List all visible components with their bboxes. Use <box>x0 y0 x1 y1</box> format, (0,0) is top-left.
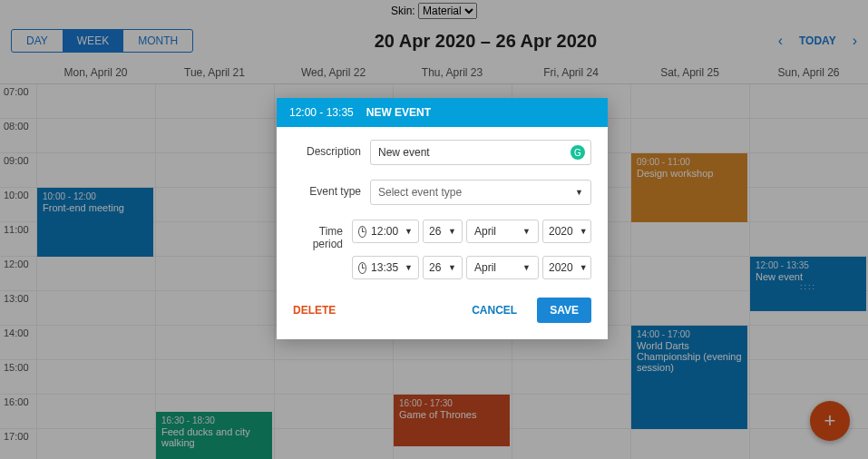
cancel-button[interactable]: CANCEL <box>472 304 517 317</box>
resize-handle-icon[interactable]: :::: <box>756 282 861 291</box>
modal-time-range: 12:00 - 13:35 <box>289 106 354 119</box>
event-design-workshop[interactable]: 09:00 - 11:00 Design workshop <box>631 153 747 222</box>
chevron-down-icon: ▼ <box>580 263 588 272</box>
time-label: 12:00 <box>0 257 36 291</box>
day-header: Wed, April 22 <box>274 62 393 83</box>
start-time-input[interactable]: 12:00 ▼ <box>352 220 419 243</box>
event-time: 16:00 - 17:30 <box>399 398 504 408</box>
clock-icon <box>358 226 366 238</box>
view-day-tab[interactable]: DAY <box>12 30 63 52</box>
day-header: Tue, April 21 <box>155 62 274 83</box>
event-editor-modal: 12:00 - 13:35 NEW EVENT Description New … <box>277 98 608 339</box>
time-period-label: Time period <box>293 220 343 250</box>
event-new-event[interactable]: 12:00 - 13:35 New event :::: <box>750 257 866 311</box>
event-time: 14:00 - 17:00 <box>637 329 742 339</box>
clock-icon <box>358 262 366 274</box>
event-title: Game of Thrones <box>399 409 504 420</box>
prev-week-icon[interactable]: ‹ <box>778 33 783 49</box>
chevron-down-icon: ▼ <box>580 227 588 236</box>
view-toggle: DAY WEEK MONTH <box>11 29 193 53</box>
day-header: Fri, April 24 <box>512 62 630 83</box>
event-type-label: Event type <box>293 180 361 198</box>
view-month-tab[interactable]: MONTH <box>123 30 192 52</box>
skin-select[interactable]: Material <box>418 3 477 19</box>
grammarly-icon[interactable]: G <box>571 145 585 160</box>
today-button[interactable]: TODAY <box>799 34 836 47</box>
day-column[interactable]: 10:00 - 12:00 Front-end meeting <box>36 84 155 459</box>
end-day-select[interactable]: 26 ▼ <box>423 256 463 279</box>
time-label: 15:00 <box>0 360 36 395</box>
chevron-down-icon: ▼ <box>448 263 456 272</box>
day-column[interactable]: 12:00 - 13:35 New event :::: <box>749 84 868 459</box>
chevron-down-icon: ▼ <box>405 227 413 236</box>
time-label: 11:00 <box>0 222 36 257</box>
description-label: Description <box>293 140 361 158</box>
event-time: 10:00 - 12:00 <box>43 191 148 201</box>
save-button[interactable]: SAVE <box>537 298 591 323</box>
event-time: 12:00 - 13:35 <box>756 260 861 270</box>
event-title: World Darts Championship (evening sessio… <box>637 340 742 373</box>
chevron-down-icon: ▼ <box>522 227 531 236</box>
day-header: Thu, April 23 <box>393 62 512 83</box>
event-time: 16:30 - 18:30 <box>161 415 267 425</box>
start-year-select[interactable]: 2020 ▼ <box>542 220 591 243</box>
start-day-select[interactable]: 26 ▼ <box>423 220 463 243</box>
time-label: 07:00 <box>0 84 36 119</box>
modal-title: NEW EVENT <box>366 106 431 119</box>
end-time-input[interactable]: 13:35 ▼ <box>352 256 419 279</box>
event-title: New event <box>756 271 861 282</box>
delete-button[interactable]: DELETE <box>293 304 336 317</box>
view-week-tab[interactable]: WEEK <box>63 30 123 52</box>
plus-icon: + <box>824 409 836 433</box>
chevron-down-icon: ▼ <box>448 227 456 236</box>
event-game-of-thrones[interactable]: 16:00 - 17:30 Game of Thrones <box>394 395 510 446</box>
start-month-select[interactable]: April ▼ <box>466 220 539 243</box>
day-column[interactable]: 09:00 - 11:00 Design workshop 14:00 - 17… <box>630 84 749 459</box>
day-header: Mon, April 20 <box>36 62 155 83</box>
time-label: 16:00 <box>0 395 36 429</box>
event-feed-ducks[interactable]: 16:30 - 18:30 Feed ducks and city walkin… <box>156 412 272 459</box>
time-label: 13:00 <box>0 291 36 326</box>
event-title: Feed ducks and city walking <box>161 426 267 448</box>
time-label: 09:00 <box>0 153 36 188</box>
add-event-fab[interactable]: + <box>810 401 850 441</box>
event-frontend-meeting[interactable]: 10:00 - 12:00 Front-end meeting <box>37 188 153 257</box>
day-header: Sat, April 25 <box>630 62 749 83</box>
chevron-down-icon: ▼ <box>405 263 413 272</box>
chevron-down-icon: ▼ <box>522 263 531 272</box>
time-label: 17:00 <box>0 429 36 459</box>
event-type-select[interactable]: Select event type ▼ <box>370 180 591 205</box>
skin-label: Skin: <box>391 5 415 17</box>
time-label: 08:00 <box>0 119 36 153</box>
day-header: Sun, April 26 <box>749 62 868 83</box>
end-year-select[interactable]: 2020 ▼ <box>542 256 591 279</box>
time-label: 14:00 <box>0 326 36 360</box>
time-label: 10:00 <box>0 188 36 222</box>
chevron-down-icon: ▼ <box>575 188 583 197</box>
description-input[interactable]: New event G <box>370 140 591 165</box>
event-world-darts[interactable]: 14:00 - 17:00 World Darts Championship (… <box>631 326 747 429</box>
next-week-icon[interactable]: › <box>853 33 857 49</box>
end-month-select[interactable]: April ▼ <box>466 256 539 279</box>
event-time: 09:00 - 11:00 <box>637 157 742 167</box>
event-title: Design workshop <box>637 168 742 179</box>
day-column[interactable]: 16:30 - 18:30 Feed ducks and city walkin… <box>155 84 274 459</box>
event-title: Front-end meeting <box>43 202 148 213</box>
date-range-title: 20 Apr 2020 – 26 Apr 2020 <box>193 31 778 52</box>
